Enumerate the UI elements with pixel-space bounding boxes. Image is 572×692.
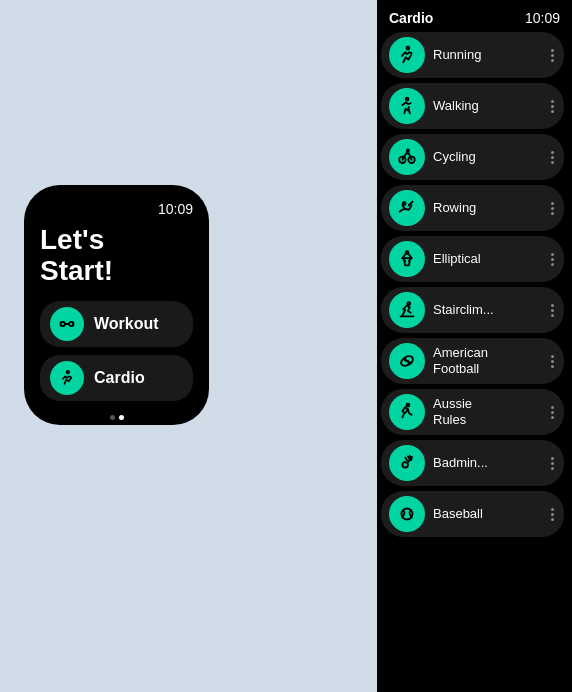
- americanfootball-more-button[interactable]: [551, 355, 556, 368]
- right-header-time: 10:09: [525, 10, 560, 26]
- list-item-cycling[interactable]: Cycling: [381, 134, 564, 180]
- stairclimber-more-button[interactable]: [551, 304, 556, 317]
- badminton-more-button[interactable]: [551, 457, 556, 470]
- svg-point-11: [403, 202, 406, 205]
- football-icon-bg: [389, 343, 425, 379]
- running-icon-left: [57, 368, 77, 388]
- aussierules-more-button[interactable]: [551, 406, 556, 419]
- badminton-label: Badmin...: [433, 455, 543, 471]
- rowing-more-button[interactable]: [551, 202, 556, 215]
- running-more-button[interactable]: [551, 49, 556, 62]
- badminton-icon-bg: [389, 445, 425, 481]
- svg-point-6: [407, 47, 410, 50]
- cardio-label: Cardio: [94, 369, 145, 387]
- list-item-stairclimber[interactable]: Stairclim...: [381, 287, 564, 333]
- elliptical-icon-bg: [389, 241, 425, 277]
- list-item-aussierules[interactable]: AussieRules: [381, 389, 564, 435]
- list-item-badminton[interactable]: Badmin...: [381, 440, 564, 486]
- workout-icon-circle: [50, 307, 84, 341]
- page-dots: [40, 415, 193, 420]
- cardio-list[interactable]: Running Walking: [377, 32, 572, 692]
- right-watch: Cardio 10:09 Running: [377, 0, 572, 692]
- svg-point-18: [407, 404, 410, 407]
- aussie-icon-bg: [389, 394, 425, 430]
- left-watch-time: 10:09: [40, 201, 193, 217]
- svg-point-10: [407, 149, 409, 151]
- dot-2: [119, 415, 124, 420]
- cardio-menu-item[interactable]: Cardio: [40, 355, 193, 401]
- elliptical-label: Elliptical: [433, 251, 543, 267]
- cycling-icon: [396, 146, 418, 168]
- walking-label: Walking: [433, 98, 543, 114]
- list-item-baseball[interactable]: Baseball: [381, 491, 564, 537]
- cycling-icon-bg: [389, 139, 425, 175]
- baseball-more-button[interactable]: [551, 508, 556, 521]
- rowing-label: Rowing: [433, 200, 543, 216]
- stairs-icon: [396, 299, 418, 321]
- baseball-icon-bg: [389, 496, 425, 532]
- list-item-elliptical[interactable]: Elliptical: [381, 236, 564, 282]
- workout-menu-item[interactable]: Workout: [40, 301, 193, 347]
- aussierules-label: AussieRules: [433, 396, 543, 427]
- walking-more-button[interactable]: [551, 100, 556, 113]
- dot-1: [110, 415, 115, 420]
- svg-point-13: [407, 302, 410, 305]
- elliptical-more-button[interactable]: [551, 253, 556, 266]
- svg-point-12: [406, 251, 409, 254]
- running-icon: [396, 44, 418, 66]
- walking-icon: [396, 95, 418, 117]
- list-item-americanfootball[interactable]: AmericanFootball: [381, 338, 564, 384]
- cardio-icon-circle: [50, 361, 84, 395]
- svg-point-5: [67, 371, 70, 374]
- svg-line-17: [408, 361, 409, 364]
- dumbbell-icon: [57, 314, 77, 334]
- badminton-icon: [396, 452, 418, 474]
- workout-label: Workout: [94, 315, 159, 333]
- left-watch-title: Let'sStart!: [40, 225, 193, 287]
- elliptical-icon: [396, 248, 418, 270]
- list-item-rowing[interactable]: Rowing: [381, 185, 564, 231]
- left-watch: 10:09 Let'sStart! Workout Cardio: [24, 185, 209, 425]
- right-watch-header: Cardio 10:09: [377, 0, 572, 32]
- cycling-more-button[interactable]: [551, 151, 556, 164]
- svg-line-16: [405, 358, 406, 361]
- americanfootball-label: AmericanFootball: [433, 345, 543, 376]
- baseball-label: Baseball: [433, 506, 543, 522]
- rowing-icon-bg: [389, 190, 425, 226]
- svg-point-7: [406, 98, 409, 101]
- aussie-icon: [396, 401, 418, 423]
- list-item-walking[interactable]: Walking: [381, 83, 564, 129]
- right-header-title: Cardio: [389, 10, 433, 26]
- football-icon: [396, 350, 418, 372]
- running-icon-bg: [389, 37, 425, 73]
- stairs-icon-bg: [389, 292, 425, 328]
- running-label: Running: [433, 47, 543, 63]
- stairclimber-label: Stairclim...: [433, 302, 543, 318]
- walking-icon-bg: [389, 88, 425, 124]
- list-item-running[interactable]: Running: [381, 32, 564, 78]
- baseball-icon: [396, 503, 418, 525]
- rowing-icon: [396, 197, 418, 219]
- cycling-label: Cycling: [433, 149, 543, 165]
